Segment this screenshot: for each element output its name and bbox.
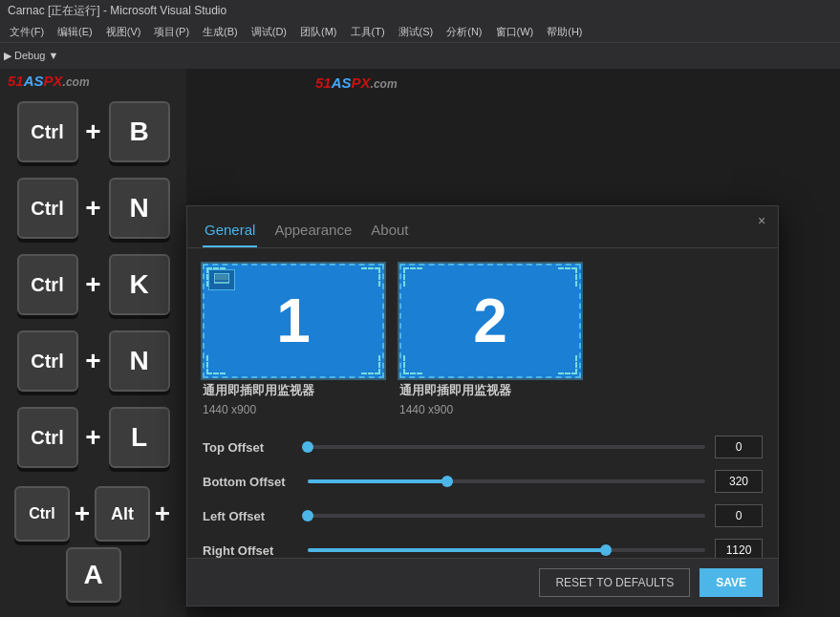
menu-bar: 文件(F) 编辑(E) 视图(V) 项目(P) 生成(B) 调试(D) 团队(M… [0, 21, 840, 42]
right-offset-track[interactable] [308, 548, 705, 552]
dialog-tabs: General Appearance About [187, 206, 778, 248]
plus-7: + [153, 483, 172, 544]
menu-tools[interactable]: 工具(T) [345, 23, 391, 41]
left-offset-thumb [302, 510, 313, 521]
monitor-label-1: 通用即插即用监视器 [203, 382, 384, 399]
shortcut-ctrl-n-2: Ctrl + N [0, 323, 186, 399]
monitor-preview-2[interactable]: 2 [399, 264, 581, 378]
corner-tr-1 [361, 267, 380, 287]
right-offset-fill [308, 548, 606, 552]
k-key: K [109, 254, 170, 315]
monitor-item-2: 2 通用即插即用监视器 1440 x900 [399, 264, 581, 416]
bottom-offset-fill [308, 479, 447, 483]
watermark-area-1: 51ASPX.com [0, 69, 186, 94]
n-key-1: N [109, 178, 170, 239]
monitor-number-2: 2 [401, 266, 579, 376]
menu-build[interactable]: 生成(B) [197, 23, 244, 41]
menu-edit[interactable]: 编辑(E) [52, 23, 98, 41]
save-button[interactable]: SAVE [700, 568, 763, 597]
vs-background: Carnac [正在运行] - Microsoft Visual Studio … [0, 0, 840, 617]
b-key: B [109, 101, 170, 162]
menu-test[interactable]: 测试(S) [393, 23, 440, 41]
top-offset-value[interactable]: 0 [715, 436, 763, 458]
left-offset-value[interactable]: 0 [715, 504, 763, 527]
menu-debug[interactable]: 调试(D) [246, 23, 292, 41]
menu-window[interactable]: 窗口(W) [490, 23, 540, 41]
bottom-offset-slider-container [308, 472, 705, 491]
monitor-res-2: 1440 x900 [399, 403, 581, 416]
monitors-row: 1 通用即插即用监视器 1440 x900 2 通用即插即用监视器 1 [203, 264, 763, 416]
ctrl-key-3: Ctrl [17, 254, 78, 315]
reset-to-defaults-button[interactable]: RESET TO DEFAULTS [539, 568, 690, 597]
menu-project[interactable]: 项目(P) [148, 23, 195, 41]
top-offset-slider-container [308, 437, 705, 457]
corner-tr-2 [558, 267, 577, 287]
ctrl-key-2: Ctrl [17, 178, 78, 239]
offset-sliders: Top Offset 0 Bottom Offset [203, 436, 763, 562]
shortcut-ctrl-alt-a: Ctrl + Alt + A [0, 476, 186, 610]
a-key: A [66, 547, 121, 603]
shortcut-ctrl-n-1: Ctrl + N [0, 170, 186, 246]
right-offset-slider-container [308, 541, 705, 560]
tab-appearance[interactable]: Appearance [272, 218, 354, 247]
top-offset-label: Top Offset [203, 440, 298, 455]
toolbar: ▶ Debug ▼ [0, 42, 840, 69]
left-offset-label: Left Offset [203, 509, 298, 523]
corner-br-1 [361, 355, 380, 374]
top-offset-track[interactable] [308, 445, 705, 449]
ctrl-key-4: Ctrl [17, 330, 78, 392]
plus-6: + [73, 483, 92, 544]
right-offset-thumb [600, 544, 612, 556]
svg-rect-1 [216, 275, 227, 281]
watermark-area-2: 51ASPX.com [315, 74, 398, 92]
left-offset-track[interactable] [308, 514, 705, 518]
monitor-label-2: 通用即插即用监视器 [399, 382, 581, 399]
menu-file[interactable]: 文件(F) [4, 23, 50, 41]
bottom-offset-thumb [442, 476, 453, 487]
alt-key: Alt [95, 486, 150, 542]
plus-1: + [84, 101, 103, 162]
tab-about[interactable]: About [369, 218, 410, 247]
shortcut-ctrl-l: Ctrl + L [0, 399, 186, 476]
l-key: L [109, 407, 170, 468]
title-text: Carnac [正在运行] - Microsoft Visual Studio [8, 3, 226, 19]
right-offset-label: Right Offset [203, 543, 298, 558]
ctrl-key-1: Ctrl [17, 101, 78, 162]
bottom-offset-row: Bottom Offset 320 [203, 470, 763, 493]
corner-br-2 [558, 355, 577, 374]
dialog-footer: RESET TO DEFAULTS SAVE [187, 558, 778, 606]
menu-analyze[interactable]: 分析(N) [441, 23, 487, 41]
shortcut-ctrl-k: Ctrl + K [0, 246, 186, 323]
monitor-icon-1 [208, 269, 235, 290]
monitor-item-1: 1 通用即插即用监视器 1440 x900 [203, 264, 384, 416]
bottom-offset-value[interactable]: 320 [715, 470, 763, 493]
dialog-close-button[interactable]: × [753, 212, 770, 229]
toolbar-debug-text: ▶ Debug ▼ [4, 50, 58, 62]
monitor-res-1: 1440 x900 [203, 403, 384, 416]
dialog-main-content: 1 通用即插即用监视器 1440 x900 2 通用即插即用监视器 1 [187, 248, 778, 588]
left-offset-slider-container [308, 506, 705, 525]
menu-view[interactable]: 视图(V) [100, 23, 147, 41]
plus-5: + [84, 407, 103, 468]
corner-bl-1 [206, 355, 226, 374]
top-offset-row: Top Offset 0 [203, 436, 763, 458]
plus-3: + [84, 254, 103, 315]
bottom-offset-label: Bottom Offset [203, 475, 298, 489]
corner-bl-2 [403, 355, 422, 374]
dialog: × General Appearance About [186, 205, 779, 606]
corner-tl-2 [403, 267, 422, 287]
n-key-2: N [109, 330, 170, 392]
ctrl-key-6: Ctrl [14, 486, 70, 542]
watermark-brand-2: 51ASPX.com [315, 74, 398, 91]
menu-team[interactable]: 团队(M) [294, 23, 343, 41]
shortcut-ctrl-b: Ctrl + B [0, 94, 186, 170]
watermark-brand-1: 51ASPX.com [8, 73, 90, 89]
plus-2: + [84, 178, 103, 239]
bottom-offset-track[interactable] [308, 479, 705, 483]
title-bar: Carnac [正在运行] - Microsoft Visual Studio [0, 0, 840, 21]
monitor-preview-1[interactable]: 1 [203, 264, 384, 378]
tab-general[interactable]: General [203, 218, 257, 247]
top-offset-thumb [302, 441, 313, 453]
menu-help[interactable]: 帮助(H) [541, 23, 588, 41]
left-offset-row: Left Offset 0 [203, 504, 763, 527]
